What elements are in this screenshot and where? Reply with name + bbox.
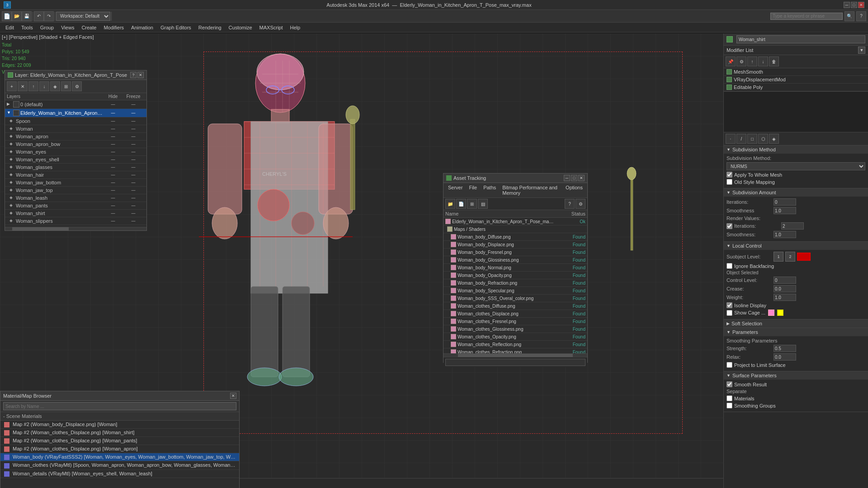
menu-group[interactable]: Group [37, 24, 58, 31]
asset-row-7[interactable]: Woman_body_Specular.png Found [443, 287, 587, 295]
asset-row-main[interactable]: Elderly_Woman_in_Kitchen_Apron_T_Pose_ma… [443, 218, 587, 225]
asset-row-12[interactable]: Woman_clothes_Glossiness.png Found [443, 325, 587, 333]
mat-item-2[interactable]: Map #2 (Woman_clothes_Displace.png) [Wom… [0, 437, 239, 445]
layer-merge-btn[interactable]: ⊞ [61, 81, 71, 91]
show-cage-check[interactable] [726, 310, 732, 316]
asset-row-8[interactable]: Woman_body_SSS_Overal_color.png Found [443, 295, 587, 302]
workspace-dropdown[interactable]: Workspace: Default [56, 12, 110, 21]
layer-move-down-btn[interactable]: ↓ [39, 81, 49, 91]
render-iterations-input[interactable] [781, 222, 804, 230]
subdivision-method-select[interactable]: NURMS [726, 162, 865, 170]
layer-row-apron[interactable]: ◈ Woman_apron — — [5, 133, 146, 141]
weight-input[interactable] [774, 294, 796, 301]
menu-tools[interactable]: Tools [18, 24, 37, 31]
subobj-btn-1[interactable]: 1 [774, 252, 783, 262]
asset-tb-2[interactable]: 📄 [456, 199, 466, 209]
soft-selection-header[interactable]: ▶ Soft Selection [724, 319, 868, 328]
subdivision-amount-header[interactable]: ▼ Subdivision Amount [724, 188, 868, 197]
menu-help[interactable]: Help [287, 24, 304, 31]
layer-panel-help[interactable]: ? [130, 72, 137, 78]
minimize-button[interactable]: ─ [844, 2, 850, 8]
menu-maxscript[interactable]: MAXScript [256, 24, 287, 31]
layer-list[interactable]: ▶ 0 (default) — — ▼ Elderly_Woman_in_Kit… [5, 100, 146, 227]
menu-rendering[interactable]: Rendering [195, 24, 225, 31]
layer-row-tongue[interactable]: ◈ Woman_tongue — — [5, 225, 146, 227]
layer-row-default[interactable]: ▶ 0 (default) — — [5, 100, 146, 109]
render-iterations-check[interactable] [726, 223, 732, 229]
menu-edit[interactable]: Edit [2, 24, 18, 31]
asset-row-4[interactable]: Woman_body_Normal.png Found [443, 264, 587, 272]
asset-scrollbar[interactable] [443, 353, 587, 357]
pin-stack-button[interactable]: 📌 [726, 56, 736, 66]
asset-row-5[interactable]: Woman_body_Opacity.png Found [443, 272, 587, 279]
search-input[interactable] [770, 13, 843, 20]
layer-delete-btn[interactable]: ✕ [18, 81, 28, 91]
menu-animation[interactable]: Animation [127, 24, 157, 31]
subobj-btn-2[interactable]: 2 [785, 252, 795, 262]
poly-button[interactable]: ⬡ [758, 134, 768, 144]
undo-button[interactable]: ↶ [34, 11, 44, 21]
layer-row-leash[interactable]: ◈ Woman_leash — — [5, 194, 146, 202]
up-arrow-button[interactable]: ↑ [747, 56, 757, 66]
asset-row-13[interactable]: Woman_clothes_Opacity.png Found [443, 333, 587, 341]
redo-button[interactable]: ↷ [44, 11, 54, 21]
asset-row-9[interactable]: Woman_clothes_Diffuse.png Found [443, 302, 587, 310]
asset-menu-options[interactable]: Options [563, 184, 585, 197]
control-level-input[interactable] [774, 277, 796, 284]
vertex-button[interactable]: · [726, 134, 736, 144]
configure-button[interactable]: ⚙ [736, 56, 746, 66]
layer-row-hair[interactable]: ◈ Woman_hair — — [5, 171, 146, 179]
asset-maximize[interactable]: □ [571, 175, 577, 181]
layer-select-btn[interactable]: ◈ [50, 81, 60, 91]
layer-row-jaw-bottom[interactable]: ◈ Woman_jaw_bottom — — [5, 179, 146, 187]
new-button[interactable]: 📄 [2, 11, 12, 21]
asset-menu-paths[interactable]: Paths [481, 184, 499, 197]
render-smoothness-input[interactable] [774, 231, 796, 238]
layer-options-btn[interactable]: ⚙ [72, 81, 82, 91]
layer-row-pants[interactable]: ◈ Woman_pants — — [5, 202, 146, 210]
modifier-editable-poly[interactable]: Editable Poly [724, 84, 868, 91]
ignore-backfacing-check[interactable] [726, 263, 732, 269]
layer-row-eyes-shell[interactable]: ◈ Woman_eyes_shell — — [5, 156, 146, 164]
element-button[interactable]: ◈ [769, 134, 779, 144]
asset-row-6[interactable]: Woman_body_Refraction.png Found [443, 279, 587, 287]
asset-list[interactable]: Elderly_Woman_in_Kitchen_Apron_T_Pose_ma… [443, 218, 587, 353]
crease-input[interactable] [774, 285, 796, 292]
asset-row-3[interactable]: Woman_body_Glossiness.png Found [443, 256, 587, 264]
asset-row-2[interactable]: Woman_body_Fresnel.png Found [443, 249, 587, 256]
asset-tb-3[interactable]: ⊞ [467, 199, 477, 209]
menu-create[interactable]: Create [78, 24, 100, 31]
close-button[interactable]: ✕ [858, 2, 864, 8]
layer-panel-close[interactable]: ✕ [137, 72, 144, 78]
layer-row-apron-bow[interactable]: ◈ Woman_apron_bow — — [5, 141, 146, 148]
down-arrow-button[interactable]: ↓ [758, 56, 768, 66]
border-button[interactable]: □ [747, 134, 757, 144]
menu-customize[interactable]: Customize [225, 24, 256, 31]
layer-row-woman[interactable]: ◈ Woman — — [5, 125, 146, 133]
layer-row-jaw-top[interactable]: ◈ Woman_jaw_top — — [5, 187, 146, 194]
layer-row-shirt[interactable]: ◈ Woman_shirt — — [5, 210, 146, 217]
iterations-input[interactable] [774, 198, 796, 206]
asset-menu-server[interactable]: Server [445, 184, 465, 197]
parameters-header[interactable]: ▼ Parameters [724, 328, 868, 336]
subdivision-method-header[interactable]: ▼ Subdivision Method [724, 145, 868, 154]
asset-row-14[interactable]: Woman_clothes_Reflection.png Found [443, 341, 587, 348]
asset-row-10[interactable]: Woman_clothes_Displace.png Found [443, 310, 587, 318]
project-limit-check[interactable] [726, 362, 732, 368]
old-style-mapping-checkbox[interactable] [726, 179, 732, 185]
modifier-dropdown-arrow[interactable]: ▼ [858, 47, 865, 54]
help-button[interactable]: ? [856, 11, 866, 21]
smoothness-input[interactable] [774, 207, 796, 214]
asset-menu-file[interactable]: File [466, 184, 480, 197]
relax-input[interactable] [774, 353, 796, 361]
mat-item-1[interactable]: Map #2 (Woman_clothes_Displace.png) [Wom… [0, 429, 239, 437]
menu-views[interactable]: Views [57, 24, 78, 31]
strength-input[interactable] [774, 345, 796, 352]
edge-button[interactable]: / [736, 134, 746, 144]
layer-row-spoon[interactable]: ◈ Spoon — — [5, 117, 146, 125]
asset-tb-1[interactable]: 📁 [445, 199, 455, 209]
smooth-result-check[interactable] [726, 381, 732, 387]
surface-parameters-header[interactable]: ▼ Surface Parameters [724, 371, 868, 380]
save-button[interactable]: 💾 [22, 11, 32, 21]
layer-scrollbar[interactable] [5, 227, 146, 230]
